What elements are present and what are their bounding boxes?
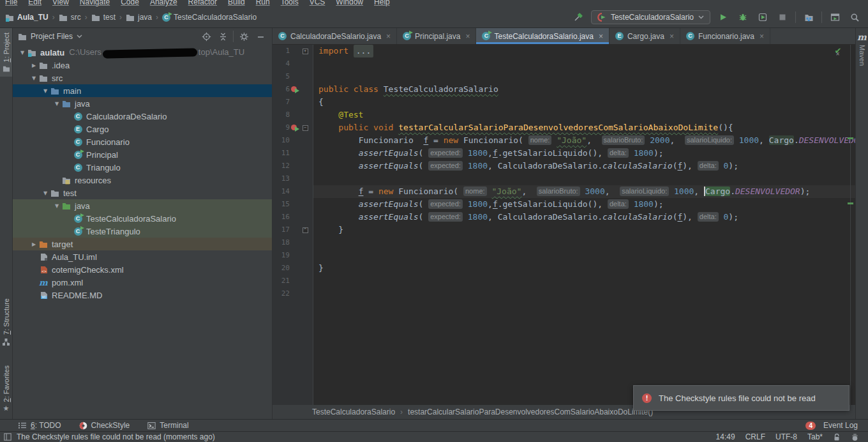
menu-item-window[interactable]: Window	[336, 0, 363, 7]
notification-balloon[interactable]: ! The Checkstyle rules file could not be…	[633, 385, 849, 411]
tree-item-aulatu[interactable]: ▼aulatuC:\Userstop\Aula_TU	[13, 46, 272, 59]
breadcrumb-item-testecalculadorasalario[interactable]: CTesteCalculadoraSalario	[162, 13, 257, 22]
tree-item-testecalculadorasalario[interactable]: CTesteCalculadoraSalario	[13, 212, 272, 225]
run-test-failed-icon[interactable]	[290, 121, 301, 134]
indent-widget[interactable]: Tab*	[807, 432, 823, 441]
editor-tab-funcionario-java[interactable]: CFuncionario.java×	[680, 28, 770, 44]
breadcrumb-item-test[interactable]: test	[91, 13, 116, 22]
tree-arrow-down[interactable]: ▼	[18, 50, 27, 56]
line-number[interactable]: 21	[273, 275, 290, 287]
editor-tab-cargo-java[interactable]: ECargo.java×	[610, 28, 680, 44]
line-number[interactable]: 9	[273, 121, 290, 134]
tree-arrow-down[interactable]: ▼	[52, 203, 61, 209]
search-everywhere-button[interactable]	[848, 10, 862, 24]
fold-end-icon[interactable]: ^	[301, 224, 310, 236]
tree-item-principal[interactable]: CPrincipal	[13, 148, 272, 161]
tree-item-resources[interactable]: resources	[13, 174, 272, 187]
chevron-down-icon[interactable]	[77, 34, 82, 38]
line-number[interactable]: 17	[273, 224, 290, 236]
editor-breadcrumb-0[interactable]: TesteCalculadoraSalario	[312, 408, 395, 416]
fold-minus-icon[interactable]: −	[301, 121, 310, 134]
line-separator-widget[interactable]: CRLF	[745, 432, 765, 441]
line-number[interactable]: 8	[273, 109, 290, 121]
encoding-widget[interactable]: UTF-8	[775, 432, 797, 441]
menu-item-vcs[interactable]: VCS	[310, 0, 326, 7]
line-number[interactable]: 12	[273, 160, 290, 172]
tree-arrow-down[interactable]: ▼	[41, 88, 50, 94]
editor-tab-calculadoradesalario-java[interactable]: CCalculadoraDeSalario.java×	[273, 28, 397, 44]
run-button[interactable]	[716, 10, 730, 24]
tree-item-cotemigchecks-xml[interactable]: <>cotemigChecks.xml	[13, 263, 272, 276]
tool-window-button-terminal[interactable]: Terminal	[147, 421, 188, 430]
event-log-button[interactable]: 4Event Log	[805, 421, 858, 430]
hector-inspections-icon[interactable]	[851, 433, 859, 441]
close-icon[interactable]: ×	[670, 32, 674, 41]
run-configuration-combo[interactable]: TesteCalculadoraSalario	[591, 10, 710, 24]
breadcrumb-item-java[interactable]: java	[126, 13, 152, 22]
status-message[interactable]: The Checkstyle rules file could not be r…	[17, 432, 215, 441]
tree-item-cargo[interactable]: ECargo	[13, 123, 272, 135]
tree-item-aula-tu-iml[interactable]: Aula_TU.iml	[13, 250, 272, 263]
tree-item-testetriangulo[interactable]: CTesteTriangulo	[13, 225, 272, 238]
editor-tab-principal-java[interactable]: CPrincipal.java×	[397, 28, 476, 44]
tree-item-calculadoradesalario[interactable]: CCalculadoraDeSalario	[13, 110, 272, 123]
tool-window-button-checkstyle[interactable]: CheckStyle	[79, 421, 130, 430]
hide-panel-icon[interactable]	[254, 30, 267, 43]
project-view-title[interactable]: Project Files	[31, 32, 73, 41]
line-number[interactable]: 5	[273, 70, 290, 83]
tree-arrow-right[interactable]: ▶	[29, 63, 38, 68]
tool-stripe-7-structure-button[interactable]: 7: Structure	[0, 294, 12, 351]
locate-file-icon[interactable]	[200, 30, 213, 43]
line-number[interactable]: 6	[273, 83, 290, 96]
tree-arrow-down[interactable]: ▼	[29, 75, 38, 81]
menu-item-navigate[interactable]: Navigate	[80, 0, 110, 7]
close-icon[interactable]: ×	[386, 32, 391, 41]
tool-stripe-project-button[interactable]: 1: Project	[0, 28, 12, 77]
menu-item-file[interactable]: File	[5, 0, 17, 7]
tree-arrow-right[interactable]: ▶	[29, 241, 38, 247]
menu-item-refactor[interactable]: Refactor	[188, 0, 217, 7]
gear-icon[interactable]	[237, 30, 250, 43]
line-number[interactable]: 7	[273, 96, 290, 109]
line-number[interactable]: 16	[273, 211, 290, 224]
line-number[interactable]: 13	[273, 172, 290, 185]
line-number[interactable]: 14	[273, 185, 290, 198]
line-number[interactable]: 18	[273, 236, 290, 249]
tree-item-readme-md[interactable]: MDREADME.MD	[13, 289, 272, 301]
build-hammer-button[interactable]	[571, 10, 585, 24]
tree-item-idea[interactable]: ▶.idea	[13, 59, 272, 72]
editor-code-area[interactable]: ✔× 1+import ...456public class TesteCalc…	[273, 45, 855, 405]
inspections-ok-icon[interactable]: ✔×	[834, 46, 846, 56]
run-test-failed-icon[interactable]	[290, 83, 301, 96]
editor-breadcrumb-1[interactable]: testarCalcularSalarioParaDesenvolvedores…	[408, 408, 653, 416]
tree-arrow-down[interactable]: ▼	[41, 190, 50, 196]
tree-item-funcionario[interactable]: CFuncionario	[13, 135, 272, 148]
coverage-button[interactable]	[756, 10, 770, 24]
close-icon[interactable]: ×	[760, 32, 764, 41]
project-structure-button[interactable]	[802, 10, 816, 24]
menu-item-run[interactable]: Run	[256, 0, 270, 7]
tree-arrow-down[interactable]: ▼	[52, 101, 61, 107]
menu-item-tools[interactable]: Tools	[281, 0, 299, 7]
editor-scrollbar[interactable]	[850, 45, 851, 405]
tree-item-java[interactable]: ▼java	[13, 199, 272, 212]
menu-item-edit[interactable]: Edit	[28, 0, 41, 7]
line-number[interactable]: 22	[273, 287, 290, 300]
stop-button[interactable]	[775, 10, 789, 24]
tool-stripe-maven-button[interactable]: mMaven	[856, 28, 868, 70]
unlock-icon[interactable]	[833, 433, 841, 441]
debug-button[interactable]	[736, 10, 750, 24]
tool-stripe-2-favorites-button[interactable]: 2: Favorites★	[0, 361, 12, 416]
line-number[interactable]: 10	[273, 134, 290, 147]
toolwindows-toggle-icon[interactable]	[4, 433, 11, 441]
tool-window-button-6-todo[interactable]: 6: TODO	[18, 421, 61, 430]
tree-item-pom-xml[interactable]: mpom.xml	[13, 276, 272, 289]
line-number[interactable]: 1	[273, 45, 290, 57]
line-number[interactable]: 20	[273, 262, 290, 275]
tree-item-main[interactable]: ▼main	[13, 84, 272, 97]
close-icon[interactable]: ×	[465, 32, 470, 41]
menu-item-code[interactable]: Code	[121, 0, 139, 7]
tree-item-test[interactable]: ▼test	[13, 187, 272, 199]
tree-item-src[interactable]: ▼src	[13, 72, 272, 84]
menu-item-analyze[interactable]: Analyze	[150, 0, 177, 7]
